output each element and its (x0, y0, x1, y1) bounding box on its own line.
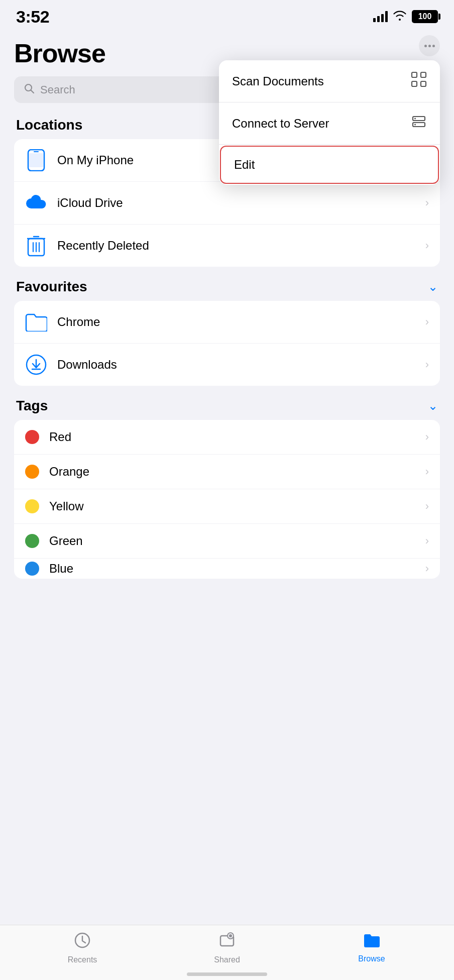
location-deleted-label: Recently Deleted (57, 239, 415, 253)
tag-green[interactable]: Green › (14, 524, 440, 559)
tags-section: Tags ⌄ Red › Orange › Yellow › Green › (0, 398, 454, 579)
chevron-right-icon: › (425, 196, 429, 209)
tab-browse-label: Browse (358, 954, 385, 963)
status-icons: 100 (373, 10, 438, 24)
dropdown-scan-label: Scan Documents (232, 74, 324, 88)
dropdown-edit[interactable]: Edit (220, 146, 439, 184)
tag-orange[interactable]: Orange › (14, 455, 440, 489)
folder-tab-icon (363, 933, 380, 952)
dropdown-connect-label: Connect to Server (232, 117, 329, 131)
folder-icon (25, 311, 47, 333)
dropdown-edit-label: Edit (234, 158, 255, 172)
chevron-right-icon: › (425, 534, 429, 548)
dropdown-menu: Scan Documents Connect to Server (219, 60, 440, 185)
dropdown-scan-documents[interactable]: Scan Documents (219, 60, 440, 102)
server-icon (411, 114, 427, 133)
header-area: Scan Documents Connect to Server (0, 30, 454, 103)
home-indicator (187, 972, 267, 976)
favourites-list: Chrome › Downloads › (14, 301, 440, 386)
tab-shared[interactable]: Shared (155, 932, 299, 964)
red-dot-icon (25, 430, 39, 444)
svg-point-6 (414, 118, 416, 120)
chevron-right-icon: › (425, 430, 429, 444)
favourite-chrome[interactable]: Chrome › (14, 301, 440, 344)
location-recently-deleted[interactable]: Recently Deleted › (14, 225, 440, 267)
svg-rect-11 (34, 151, 39, 152)
status-bar: 3:52 100 (0, 0, 454, 30)
favourite-chrome-label: Chrome (57, 315, 415, 329)
icloud-icon (25, 192, 47, 214)
battery-icon: 100 (412, 10, 438, 23)
chevron-right-icon: › (425, 500, 429, 513)
favourite-downloads-label: Downloads (57, 358, 415, 372)
dropdown-connect-server[interactable]: Connect to Server (219, 102, 440, 145)
svg-line-9 (31, 90, 34, 93)
svg-rect-1 (421, 72, 426, 77)
tag-yellow[interactable]: Yellow › (14, 489, 440, 524)
location-icloud-label: iCloud Drive (57, 196, 415, 210)
tab-browse[interactable]: Browse (299, 933, 444, 963)
svg-rect-2 (412, 81, 417, 86)
tab-bar: Recents Shared Browse (0, 925, 454, 980)
tab-shared-label: Shared (214, 955, 240, 964)
locations-title: Locations (16, 117, 82, 133)
status-time: 3:52 (16, 7, 49, 27)
orange-dot-icon (25, 465, 39, 479)
trash-icon (25, 235, 47, 257)
more-dots-icon (424, 45, 435, 47)
favourites-collapse-icon[interactable]: ⌄ (428, 280, 438, 294)
tag-blue-label: Blue (49, 562, 415, 576)
tab-recents[interactable]: Recents (10, 932, 155, 964)
download-icon (25, 354, 47, 376)
search-placeholder: Search (40, 83, 75, 96)
tags-collapse-icon[interactable]: ⌄ (428, 399, 438, 413)
green-dot-icon (25, 534, 39, 548)
tag-orange-label: Orange (49, 465, 415, 479)
tab-recents-label: Recents (68, 955, 97, 964)
chevron-right-icon: › (425, 358, 429, 371)
svg-point-7 (414, 124, 416, 126)
tag-blue[interactable]: Blue › (14, 559, 440, 579)
svg-rect-12 (29, 153, 43, 167)
shared-icon (218, 932, 236, 953)
blue-dot-icon (25, 562, 39, 576)
chevron-right-icon: › (425, 315, 429, 329)
wifi-icon (393, 10, 407, 24)
iphone-icon (25, 149, 47, 171)
tag-green-label: Green (49, 534, 415, 548)
yellow-dot-icon (25, 499, 39, 513)
svg-rect-3 (421, 81, 426, 86)
chevron-right-icon: › (425, 239, 429, 252)
favourites-header: Favourites ⌄ (14, 279, 440, 295)
signal-icon (373, 11, 388, 22)
favourites-title: Favourites (16, 279, 87, 295)
favourites-section: Favourites ⌄ Chrome › Downloads › (0, 279, 454, 386)
clock-icon (74, 932, 91, 953)
tag-red[interactable]: Red › (14, 420, 440, 455)
tags-title: Tags (16, 398, 48, 414)
search-icon (23, 82, 35, 97)
chevron-right-icon: › (425, 562, 429, 575)
favourite-downloads[interactable]: Downloads › (14, 344, 440, 386)
location-icloud[interactable]: iCloud Drive › (14, 182, 440, 225)
svg-rect-0 (412, 72, 417, 77)
scan-icon (411, 71, 427, 91)
more-button[interactable] (419, 35, 440, 56)
tag-red-label: Red (49, 430, 415, 444)
tags-header: Tags ⌄ (14, 398, 440, 414)
tags-list: Red › Orange › Yellow › Green › Blue › (14, 420, 440, 579)
tag-yellow-label: Yellow (49, 499, 415, 513)
chevron-right-icon: › (425, 465, 429, 478)
